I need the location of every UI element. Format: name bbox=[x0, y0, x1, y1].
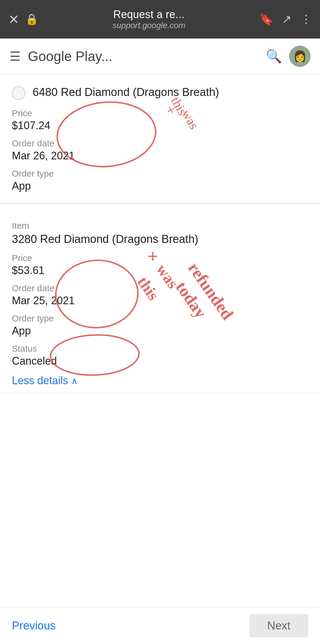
less-details-link[interactable]: Less details ∧ bbox=[12, 374, 308, 387]
browser-chrome: ✕ 🔒 Request a re... support.google.com 🔖… bbox=[0, 0, 320, 39]
order-1-type-block: Order type App bbox=[12, 169, 308, 192]
radio-button-1[interactable] bbox=[12, 86, 25, 100]
lock-icon: 🔒 bbox=[25, 13, 39, 25]
google-play-header: ☰ Google Play... 🔍 👩 bbox=[0, 39, 320, 74]
avatar[interactable]: 👩 bbox=[289, 46, 311, 67]
order-2-item-block: Item 3280 Red Diamond (Dragons Breath) bbox=[12, 221, 308, 246]
less-details-text: Less details bbox=[12, 374, 68, 387]
menu-icon[interactable]: ☰ bbox=[9, 49, 21, 64]
order-1-item-row: 6480 Red Diamond (Dragons Breath) bbox=[12, 85, 308, 100]
order-2-type-value: App bbox=[12, 325, 308, 337]
order-1-price-value: $107.24 bbox=[12, 119, 308, 132]
order-2-date-block: Order date Mar 25, 2021 bbox=[12, 283, 308, 307]
order-2-price-value: $53.61 bbox=[12, 264, 308, 277]
order-2-price-label: Price bbox=[12, 253, 308, 263]
order-1-date-label: Order date bbox=[12, 138, 308, 148]
close-icon[interactable]: ✕ bbox=[8, 12, 19, 27]
url-text: support.google.com bbox=[113, 21, 185, 30]
bookmark-icon[interactable]: 🔖 bbox=[259, 13, 273, 26]
order-1-type-label: Order type bbox=[12, 169, 308, 179]
order-section-2: Item 3280 Red Diamond (Dragons Breath) P… bbox=[0, 204, 320, 393]
order-2-type-label: Order type bbox=[12, 313, 308, 323]
order-2-date-value: Mar 25, 2021 bbox=[12, 294, 308, 307]
order-1-item-name: 6480 Red Diamond (Dragons Breath) bbox=[33, 85, 219, 100]
order-2-item-label: Item bbox=[12, 221, 308, 231]
bottom-spacer bbox=[0, 393, 320, 432]
url-block: Request a re... support.google.com bbox=[44, 8, 253, 30]
order-1-type-value: App bbox=[12, 180, 308, 192]
order-1-price-block: Price $107.24 bbox=[12, 108, 308, 132]
order-2-date-label: Order date bbox=[12, 283, 308, 293]
order-2-type-block: Order type App bbox=[12, 313, 308, 337]
previous-button[interactable]: Previous bbox=[12, 619, 56, 632]
order-1-date-block: Order date Mar 26, 2021 bbox=[12, 138, 308, 162]
main-content: 6480 Red Diamond (Dragons Breath) Price … bbox=[0, 74, 320, 432]
order-2-item-name: 3280 Red Diamond (Dragons Breath) bbox=[12, 232, 308, 246]
share-icon[interactable]: ↗ bbox=[282, 13, 292, 26]
more-options-icon[interactable]: ⋮ bbox=[300, 13, 312, 26]
page-title: Request a re... bbox=[113, 8, 185, 21]
chevron-up-icon: ∧ bbox=[71, 376, 78, 386]
order-2-status-value: Canceled bbox=[12, 355, 308, 367]
search-icon[interactable]: 🔍 bbox=[266, 49, 282, 64]
order-2-status-label: Status bbox=[12, 344, 308, 354]
order-2-price-block: Price $53.61 bbox=[12, 253, 308, 277]
order-2-status-block: Status Canceled bbox=[12, 344, 308, 367]
next-button[interactable]: Next bbox=[249, 614, 308, 637]
gp-title: Google Play... bbox=[28, 48, 259, 64]
order-1-date-value: Mar 26, 2021 bbox=[12, 150, 308, 162]
bottom-navigation: Previous Next bbox=[0, 607, 320, 644]
order-1-price-label: Price bbox=[12, 108, 308, 118]
order-section-1: 6480 Red Diamond (Dragons Breath) Price … bbox=[0, 74, 320, 203]
browser-action-icons: 🔖 ↗ ⋮ bbox=[259, 13, 312, 26]
